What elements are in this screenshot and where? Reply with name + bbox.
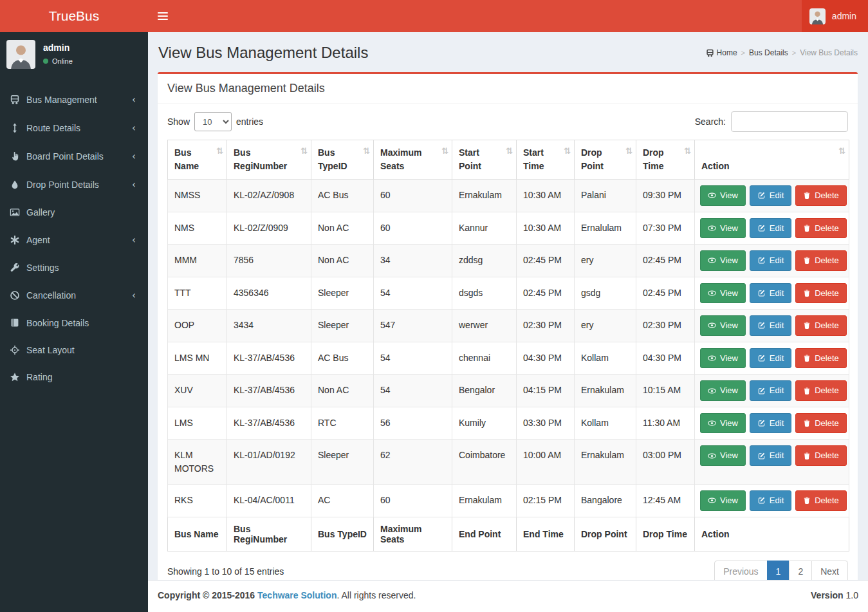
bus-table: Bus Name⇅ Bus RegiNumber⇅ Bus TypeID⇅ Ma… [167,140,849,552]
edit-label: Edit [770,190,784,201]
sidebar-item-label: Cancellation [26,290,132,301]
sidebar-item-route-details[interactable]: Route Details ‹ [0,114,148,142]
view-button[interactable]: View [700,250,746,271]
sidebar-item-cancellation[interactable]: Cancellation ‹ [0,281,148,310]
view-button[interactable]: View [700,445,746,466]
view-label: View [720,190,738,201]
view-button[interactable]: View [700,490,746,511]
view-label: View [720,450,738,461]
edit-button[interactable]: Edit [750,283,791,304]
edit-button[interactable]: Edit [750,490,791,511]
cell-start-time: 10:00 AM [517,440,575,485]
view-button[interactable]: View [700,380,746,401]
edit-button[interactable]: Edit [750,218,791,239]
delete-button[interactable]: Delete [795,218,847,239]
sidebar-toggle-button[interactable] [148,0,178,32]
cell-start-time: 04:15 PM [517,375,575,407]
eye-icon [708,387,716,395]
techware-solution-link[interactable]: Techware Solution [257,590,337,600]
sidebar-item-label: Agent [26,235,132,245]
search-input[interactable] [731,111,848,132]
trash-icon [803,419,811,427]
table-row: LMS MN KL-37/AB/4536 AC Bus 54 chennai 0… [168,342,849,375]
delete-button[interactable]: Delete [795,413,847,434]
column-header-drop-time[interactable]: Drop Time⇅ [636,140,695,180]
book-icon [10,318,26,328]
user-name: admin [832,11,856,21]
pagination-page-2[interactable]: 2 [789,561,812,582]
column-header-start-time[interactable]: Start Time⇅ [517,140,575,180]
sidebar-item-seat-layout[interactable]: Seat Layout [0,337,148,364]
brand-logo[interactable]: TrueBus [0,0,148,32]
sidebar-item-agent[interactable]: Agent ‹ [0,226,148,254]
delete-button[interactable]: Delete [795,348,847,369]
column-header-bus-reginumber[interactable]: Bus RegiNumber⇅ [227,140,311,180]
edit-button[interactable]: Edit [750,348,791,369]
pagination-previous[interactable]: Previous [714,561,767,582]
footer-drop-time: Drop Time [636,517,695,551]
eye-icon [708,321,716,329]
column-header-start-point[interactable]: Start Point⇅ [452,140,517,180]
table-body: NMSS KL-02/AZ/0908 AC Bus 60 Ernakulam 1… [168,180,849,517]
user-menu[interactable]: admin [802,0,868,32]
version-value: 1.0 [846,590,858,600]
delete-button[interactable]: Delete [795,445,847,466]
view-button[interactable]: View [700,348,746,369]
cell-bus-name: OOP [168,310,227,342]
view-button[interactable]: View [700,413,746,434]
cell-bus-reginumber: KL-01/AD/0192 [227,440,311,485]
cell-bus-typeid: Non AC [311,245,374,277]
crosshair-icon [10,345,26,355]
sidebar-item-drop-point-details[interactable]: Drop Point Details ‹ [0,171,148,199]
footer-bus-typeid: Bus TypeID [311,517,374,551]
view-label: View [720,495,738,506]
cell-bus-reginumber: 7856 [227,245,311,277]
breadcrumb-home-link[interactable]: Home [706,48,737,57]
wrench-icon [10,263,26,273]
column-header-bus-name[interactable]: Bus Name⇅ [168,140,227,180]
table-row: OOP 3434 Sleeper 547 werwer 02:30 PM ery… [168,310,849,342]
edit-button[interactable]: Edit [750,250,791,271]
edit-button[interactable]: Edit [750,413,791,434]
sidebar-item-gallery[interactable]: Gallery [0,199,148,226]
sidebar-item-settings[interactable]: Settings [0,254,148,281]
delete-label: Delete [815,190,839,201]
cell-start-point: Kumily [452,407,517,440]
column-header-bus-typeid[interactable]: Bus TypeID⇅ [311,140,374,180]
delete-button[interactable]: Delete [795,490,847,511]
edit-button[interactable]: Edit [750,315,791,336]
view-button[interactable]: View [700,315,746,336]
sidebar-item-bus-management[interactable]: Bus Management ‹ [0,86,148,114]
show-label: Show [167,116,190,127]
cell-bus-name: LMS MN [168,342,227,375]
edit-button[interactable]: Edit [750,380,791,401]
delete-button[interactable]: Delete [795,185,847,206]
entries-per-page-select[interactable]: 10 [194,112,232,131]
avatar [6,40,35,69]
view-button[interactable]: View [700,185,746,206]
view-button[interactable]: View [700,283,746,304]
cell-action: View Edit Delete [695,180,849,212]
column-header-drop-point[interactable]: Drop Point⇅ [575,140,636,180]
sidebar-item-rating[interactable]: Rating [0,364,148,391]
pagination-page-1[interactable]: 1 [767,561,790,582]
column-header-action[interactable]: Action⇅ [695,140,849,180]
asterisk-icon [10,235,26,245]
delete-button[interactable]: Delete [795,283,847,304]
delete-button[interactable]: Delete [795,250,847,271]
pagination-next[interactable]: Next [811,561,848,582]
sidebar-item-board-point-details[interactable]: Board Point Details ‹ [0,142,148,171]
breadcrumb-bus-details-link[interactable]: Bus Details [749,48,788,57]
column-header-maximum-seats[interactable]: Maximum Seats⇅ [374,140,452,180]
edit-button[interactable]: Edit [750,445,791,466]
delete-button[interactable]: Delete [795,315,847,336]
cell-bus-reginumber: KL-37/AB/4536 [227,407,311,440]
delete-button[interactable]: Delete [795,380,847,401]
edit-button[interactable]: Edit [750,185,791,206]
cell-start-time: 10:30 AM [517,212,575,245]
entries-label: entries [236,116,263,127]
cell-action: View Edit Delete [695,277,849,310]
cell-maximum-seats: 56 [374,407,452,440]
sidebar-item-booking-details[interactable]: Booking Details [0,310,148,337]
view-button[interactable]: View [700,218,746,239]
